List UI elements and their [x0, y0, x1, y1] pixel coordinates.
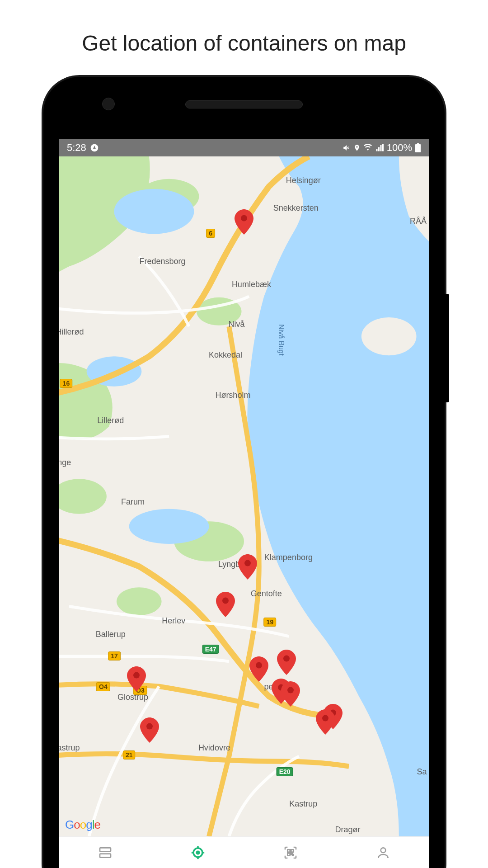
svg-point-37 — [380, 848, 385, 853]
svg-point-21 — [146, 723, 153, 730]
svg-rect-32 — [287, 849, 290, 852]
nav-profile-button[interactable] — [337, 837, 429, 868]
nav-list-button[interactable] — [59, 837, 151, 868]
map-pin[interactable] — [277, 650, 296, 677]
svg-point-14 — [244, 560, 251, 566]
status-bar: 5:28 100% — [59, 139, 429, 156]
svg-point-13 — [241, 215, 247, 222]
map-view[interactable]: HelsingørSnekkerstenRÅÅFredensborgHumleb… — [59, 156, 429, 836]
notification-icon — [90, 143, 99, 152]
map-pin[interactable] — [316, 709, 335, 736]
wifi-icon — [363, 144, 372, 152]
svg-rect-25 — [100, 854, 111, 857]
svg-point-20 — [287, 687, 294, 693]
svg-rect-33 — [291, 849, 293, 852]
map-pin[interactable] — [281, 681, 300, 708]
battery-icon — [415, 143, 421, 152]
svg-point-8 — [117, 587, 162, 615]
nav-scan-button[interactable] — [244, 837, 337, 868]
svg-point-11 — [129, 509, 209, 544]
page-title: Get location of containers on map — [0, 0, 488, 74]
phone-side-button — [445, 294, 449, 402]
phone-frame: 5:28 100% — [43, 77, 445, 868]
mute-icon — [343, 144, 351, 152]
svg-rect-2 — [417, 143, 419, 144]
phone-camera — [102, 98, 115, 110]
map-pin[interactable] — [127, 666, 146, 693]
road-badge: E20 — [277, 767, 293, 776]
map-pin[interactable] — [216, 592, 235, 619]
svg-point-9 — [114, 189, 194, 234]
svg-rect-1 — [415, 144, 421, 152]
road-badge: 17 — [108, 651, 121, 660]
svg-point-15 — [222, 597, 229, 604]
bottom-nav — [59, 836, 429, 868]
svg-point-16 — [133, 672, 140, 679]
map-base — [59, 156, 429, 836]
road-badge: 6 — [206, 229, 215, 238]
svg-rect-24 — [100, 848, 111, 851]
map-pin[interactable] — [249, 656, 268, 684]
road-badge: 16 — [60, 379, 73, 388]
map-pin[interactable] — [238, 554, 257, 581]
battery-text: 100% — [387, 142, 412, 154]
road-badge: E47 — [202, 645, 219, 654]
svg-point-27 — [197, 851, 199, 854]
signal-icon — [375, 144, 384, 152]
map-pin[interactable] — [235, 209, 253, 236]
svg-point-12 — [361, 317, 417, 355]
map-pin[interactable] — [140, 717, 159, 745]
location-status-icon — [353, 144, 361, 151]
svg-point-18 — [283, 655, 290, 661]
svg-rect-36 — [292, 854, 294, 856]
svg-point-17 — [256, 662, 262, 668]
road-badge: 19 — [264, 618, 277, 627]
status-time: 5:28 — [67, 142, 86, 154]
phone-screen: 5:28 100% — [59, 139, 429, 868]
road-badge: 21 — [123, 750, 136, 760]
google-attribution: Google — [65, 818, 100, 832]
svg-rect-34 — [287, 853, 290, 855]
phone-speaker — [185, 100, 303, 108]
nav-location-button[interactable] — [151, 837, 244, 868]
svg-point-23 — [322, 715, 328, 722]
road-badge: O4 — [96, 682, 110, 691]
